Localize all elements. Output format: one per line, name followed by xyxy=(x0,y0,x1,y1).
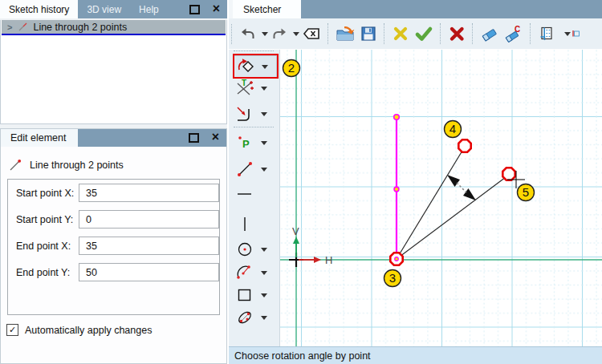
history-item-label: Line through 2 points xyxy=(33,22,127,33)
ellipse-tool-button[interactable] xyxy=(234,307,275,328)
arc-tool-button[interactable] xyxy=(234,262,275,283)
line-midpoint-marker xyxy=(394,187,399,192)
rotate-icon xyxy=(234,56,257,77)
vertical-line-tool-button[interactable] xyxy=(234,214,275,235)
status-bar: Choose rotation angle by point xyxy=(229,346,602,364)
auto-apply-checkbox[interactable]: ✓ xyxy=(6,324,18,336)
toolbar-drag-handle[interactable] xyxy=(231,24,234,44)
line-tool-button[interactable] xyxy=(234,159,275,180)
line-endpoint-marker xyxy=(394,115,400,120)
corner-icon xyxy=(234,103,256,124)
end-y-input[interactable] xyxy=(79,263,219,281)
v-axis-label: V xyxy=(292,225,299,237)
red-x-icon xyxy=(448,25,466,42)
rectangle-tool-button[interactable] xyxy=(234,285,275,305)
edit-panel-title: Edit element xyxy=(1,129,78,147)
trim-dropdown[interactable] xyxy=(261,87,267,94)
svg-text:3: 3 xyxy=(389,271,396,285)
eraser-c-icon: C xyxy=(504,25,523,42)
yellow-x-icon xyxy=(392,25,409,42)
element-type-label: Line through 2 points xyxy=(30,160,124,171)
undo-dropdown[interactable] xyxy=(262,32,268,39)
discard-changes-button[interactable] xyxy=(389,22,412,46)
point-icon: P xyxy=(234,132,256,153)
arc-dropdown[interactable] xyxy=(261,271,267,278)
close-icon[interactable]: × xyxy=(212,131,219,144)
toolbar-drag-handle[interactable] xyxy=(234,51,274,54)
circle-dropdown[interactable] xyxy=(261,248,267,255)
maximize-icon[interactable] xyxy=(189,133,199,143)
toolbar-separator xyxy=(327,23,329,44)
status-text: Choose rotation angle by point xyxy=(234,350,371,362)
drawing-canvas[interactable]: H V xyxy=(279,50,602,346)
horizontal-line-icon xyxy=(234,184,256,204)
tab-sketch-history[interactable]: Sketch history xyxy=(0,0,78,18)
svg-text:4: 4 xyxy=(449,122,456,135)
circle-tool-button[interactable] xyxy=(234,239,275,260)
end-y-label: End point Y: xyxy=(8,267,79,278)
svg-text:T: T xyxy=(242,79,246,87)
horizontal-line-tool-button[interactable] xyxy=(234,184,275,204)
save-button[interactable] xyxy=(357,22,380,46)
rectangle-icon xyxy=(234,285,256,305)
left-panel-column: Sketch history 3D view Help × > xyxy=(0,0,227,364)
end-angle-point-marker xyxy=(502,168,515,180)
point-dropdown[interactable] xyxy=(261,141,267,148)
grid-background xyxy=(280,50,602,346)
open-button[interactable] xyxy=(333,22,357,46)
redo-icon xyxy=(270,25,288,42)
auto-apply-row: ✓ Automatically apply changes xyxy=(6,324,152,336)
workplane-grid-icon xyxy=(538,25,555,42)
start-y-input[interactable] xyxy=(79,210,219,229)
start-x-label: Start point X: xyxy=(8,188,79,199)
rotate-dropdown[interactable] xyxy=(262,65,268,72)
line-2points-icon xyxy=(8,158,22,172)
clear-eraser-button[interactable]: C xyxy=(502,22,526,46)
workplane-dropdown[interactable] xyxy=(564,32,571,39)
start-x-input[interactable] xyxy=(79,184,219,202)
history-item-selected[interactable]: > Line through 2 points xyxy=(2,20,226,35)
undo-button[interactable] xyxy=(237,22,259,46)
tab-3d-view[interactable]: 3D view xyxy=(78,0,130,18)
tab-help[interactable]: Help xyxy=(130,0,168,18)
eraser-button[interactable] xyxy=(478,22,502,46)
tab-sketcher[interactable]: Sketcher xyxy=(233,0,301,18)
expander-icon[interactable]: > xyxy=(7,22,12,32)
edit-element-panel: Edit element × Line through 2 points S xyxy=(0,128,227,364)
point-tool-button[interactable]: P xyxy=(234,132,275,153)
sketcher-body: T xyxy=(229,50,602,346)
arc-icon xyxy=(234,262,256,283)
toolbar-separator xyxy=(530,23,531,44)
sketcher-panel: Sketcher xyxy=(229,0,602,364)
cancel-button[interactable] xyxy=(445,22,468,46)
workplane-grid-button[interactable] xyxy=(535,22,558,46)
start-y-label: Start point Y: xyxy=(8,214,79,225)
toolbar-separator xyxy=(234,127,274,128)
edit-panel-header: Edit element × xyxy=(1,129,226,147)
circle-icon xyxy=(234,239,256,260)
auto-apply-label: Automatically apply changes xyxy=(25,325,152,336)
redo-button[interactable] xyxy=(268,22,291,46)
rotate-tool-button[interactable] xyxy=(234,55,277,78)
ellipse-dropdown[interactable] xyxy=(261,316,267,323)
ellipse-icon xyxy=(234,307,256,328)
rectangle-dropdown[interactable] xyxy=(261,293,267,301)
backspace-delete-button[interactable] xyxy=(299,22,323,46)
apply-button[interactable] xyxy=(412,22,436,46)
end-x-label: End point X: xyxy=(8,241,79,252)
svg-text:2: 2 xyxy=(288,61,295,75)
vertical-line-icon xyxy=(234,214,256,235)
toolbar-separator xyxy=(472,23,474,44)
corner-dropdown[interactable] xyxy=(261,112,267,119)
line-startpoint-marker xyxy=(395,257,399,261)
parameters-groupbox: Start point X: Start point Y: End point … xyxy=(7,179,220,315)
clipped-toolbar-button[interactable] xyxy=(572,22,581,46)
corner-tool-button[interactable] xyxy=(234,103,275,124)
maximize-icon[interactable] xyxy=(189,5,200,14)
line-dropdown[interactable] xyxy=(261,168,267,175)
end-x-input[interactable] xyxy=(79,237,219,255)
sketch-history-panel: Sketch history 3D view Help × > xyxy=(0,0,227,124)
redo-dropdown[interactable] xyxy=(293,32,299,39)
trim-tool-button[interactable]: T xyxy=(234,78,275,99)
close-icon[interactable]: × xyxy=(213,2,220,15)
